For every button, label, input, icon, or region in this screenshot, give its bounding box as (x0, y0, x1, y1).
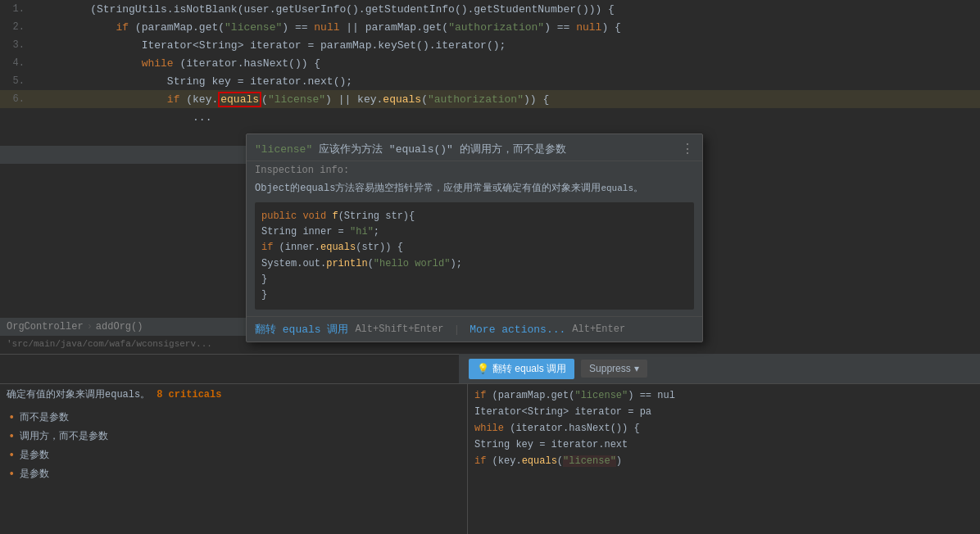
line-num-2: 2. (0, 21, 25, 33)
line-num-4: 4. (0, 57, 25, 69)
line-num-6: 6. (0, 93, 25, 105)
suppress-label: Suppress (589, 363, 631, 374)
right-code-line-2: Iterator<String> iterator = pa (474, 404, 973, 420)
bottom-left-header: 确定有值的对象来调用equals。 8 criticals (0, 384, 467, 405)
bullet-2: • (8, 430, 15, 443)
popup-code-example: public void f(String str){ String inner … (255, 202, 694, 310)
flip-shortcut: Alt+Shift+Enter (355, 324, 443, 335)
right-code-line-3: while (iterator.hasNext()) { (474, 420, 973, 437)
line-num-5: 5. (0, 75, 25, 87)
line-content-7: ... (33, 99, 211, 136)
popup-title-license: "license" (255, 143, 312, 156)
code-example-line2: String inner = "hi"; (261, 224, 687, 240)
right-code-line-1: if (paramMap.get("license") == nul (474, 387, 973, 404)
while-keyword-right: while (474, 423, 504, 434)
inspection-item-3[interactable]: • 是参数 (0, 446, 467, 464)
item-text-4: 是参数 (20, 467, 49, 481)
item-text-3: 是参数 (20, 448, 49, 462)
criticals-badge: 8 criticals (157, 389, 221, 400)
popup-menu-icon[interactable]: ⋮ (681, 141, 694, 157)
bottom-toolbar: 💡 翻转 equals 调用 Suppress ▾ (459, 354, 980, 383)
suppress-dropdown-arrow: ▾ (634, 363, 639, 374)
code-line-7: ... (0, 108, 980, 126)
bottom-area: 确定有值的对象来调用equals。 8 criticals • 而不是参数 • … (0, 383, 980, 534)
popup-inspection-label: Inspection info: (247, 161, 702, 179)
inspection-list: • 而不是参数 • 调用方，而不是参数 • 是参数 • 是参数 (0, 405, 467, 486)
suppress-button[interactable]: Suppress ▾ (581, 360, 647, 378)
more-actions[interactable]: More actions... (470, 324, 565, 336)
right-code-line-5: if (key.equals("license") (474, 453, 973, 469)
more-shortcut: Alt+Enter (572, 324, 625, 335)
popup-actions: 翻转 equals 调用 Alt+Shift+Enter | More acti… (247, 316, 702, 342)
item-text-1: 而不是参数 (20, 410, 69, 424)
right-code-line-4: String key = iterator.next (474, 437, 973, 453)
code-example-line4: System.out.println("hello world"); (261, 256, 687, 272)
breadcrumb-class: OrgController (7, 321, 84, 333)
flip-equals-action[interactable]: 翻转 equals 调用 (255, 322, 348, 337)
popup-title: "license" 应该作为方法 "equals()" 的调用方，而不是参数 (255, 142, 566, 156)
bottom-right-panel: if (paramMap.get("license") == nul Itera… (468, 383, 980, 534)
flip-btn-label: 翻转 equals 调用 (492, 362, 566, 376)
popup-title-text: 应该作为方法 (319, 143, 389, 156)
bottom-left-panel: 确定有值的对象来调用equals。 8 criticals • 而不是参数 • … (0, 383, 467, 534)
flip-equals-button[interactable]: 💡 翻转 equals 调用 (469, 359, 574, 379)
breadcrumb-arrow: › (87, 321, 93, 333)
equals-highlight-box: equals (218, 92, 261, 107)
action-separator: | (453, 324, 460, 336)
code-example-line6: } (261, 287, 687, 303)
breadcrumb-method: addOrg() (96, 321, 143, 333)
popup-title-rest: 的调用方，而不是参数 (460, 143, 566, 156)
inspection-item-2[interactable]: • 调用方，而不是参数 (0, 427, 467, 446)
criticals-description: 确定有值的对象来调用equals。 (7, 387, 150, 401)
item-text-2: 调用方，而不是参数 (20, 429, 108, 443)
filepath-text: 'src/main/java/com/wafa/wconsigserv... (7, 339, 212, 349)
inspection-popup: "license" 应该作为方法 "equals()" 的调用方，而不是参数 ⋮… (246, 134, 703, 342)
bullet-1: • (8, 411, 15, 424)
inspection-item-4[interactable]: • 是参数 (0, 464, 467, 483)
line-num-1: 1. (0, 3, 25, 15)
code-example-line5: } (261, 272, 687, 287)
popup-title-method: "equals()" (389, 143, 453, 156)
popup-description: Object的equals方法容易抛空指针异常，应使用常量或确定有值的对象来调用… (247, 179, 702, 202)
popup-header: "license" 应该作为方法 "equals()" 的调用方，而不是参数 ⋮ (247, 134, 702, 161)
line-num-3: 3. (0, 39, 25, 51)
bullet-3: • (8, 449, 15, 462)
inspection-item-1[interactable]: • 而不是参数 (0, 408, 467, 427)
bulb-icon: 💡 (477, 363, 489, 374)
bullet-4: • (8, 468, 15, 481)
right-code-view: if (paramMap.get("license") == nul Itera… (468, 384, 980, 473)
code-example-line1: public void f(String str){ (261, 209, 687, 224)
code-example-line3: if (inner.equals(str)) { (261, 240, 687, 256)
